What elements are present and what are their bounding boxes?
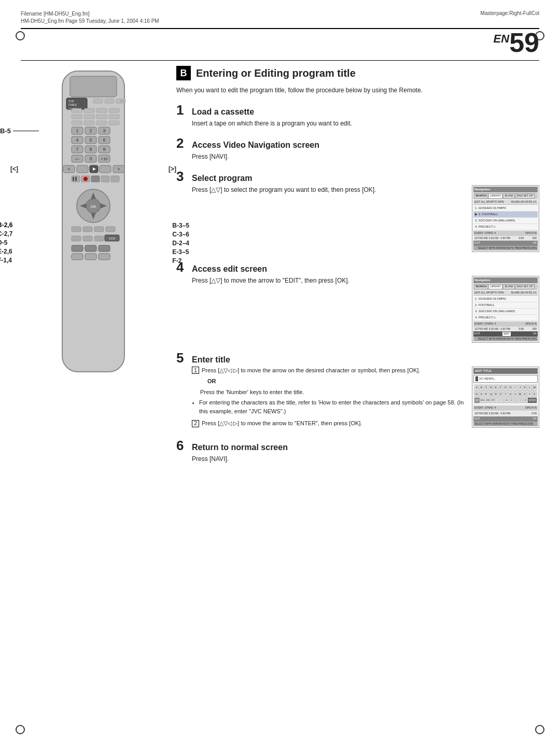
svg-rect-73 — [72, 227, 81, 232]
edit-footer2: 12/7/00 WE 3:20 AM - 3:30 PM 0:09 — [473, 411, 538, 416]
step-2-number: 2 — [176, 136, 188, 150]
page-header: Filename [HM-DH5U_Eng.fm] HM-DH5U_Eng.fm… — [21, 10, 539, 29]
nav-item-3: 3. SOCCER ON (WILLIAMS) — [473, 218, 538, 224]
nav-hint-3: SELECT WITH ARROW KEYS THEN PRESS [OK] — [473, 246, 538, 251]
step-5-header: 5 Enter title — [176, 351, 539, 365]
nav-edit-label: EDIT ALL SPORTS TAPE — [474, 200, 504, 204]
step-3-body: Press [△▽] to select the program you wan… — [176, 185, 539, 252]
nav-tab-setup-4: NAVI SET UP — [515, 284, 535, 289]
svg-rect-87 — [99, 254, 110, 260]
step-4-screen: Navigation SEARCH LIBRARY BLANK NAVI SET… — [472, 276, 539, 343]
char-Q: Q — [489, 392, 493, 398]
step-5-left: 1 Press [△▽◁ ▷] to move the arrow on the… — [192, 367, 467, 430]
char-W: W — [518, 392, 522, 398]
nav-blank-info-4: BLANK (00:43:55) 1/1 — [511, 291, 537, 295]
char-U: U — [508, 392, 512, 398]
step-2-body: Press [NAVI]. — [176, 152, 539, 161]
char-num: 0 — [523, 398, 527, 403]
step-6-title: Return to normal screen — [192, 443, 288, 452]
nav-item-2: ▶ 2. FOOTBALL — [473, 212, 538, 218]
nav-tab-library: LIBRARY — [488, 193, 502, 199]
char-T: T — [503, 392, 508, 398]
char-N: N — [474, 392, 479, 398]
char-amp: & — [505, 398, 509, 403]
nav-datetime: 12/7/00 WE 3:20 AM - 3:30 PM — [474, 236, 510, 241]
corner-mark-br — [535, 725, 544, 734]
step-1-header: 1 Load a cassette — [176, 103, 539, 117]
label-group-right: B-3–5 C-3–6 D-2–4 E-3–5 F-2 — [172, 221, 189, 264]
nav-tabs-3: SEARCH LIBRARY BLANK NAVI SET UP — [473, 193, 538, 199]
svg-text:1: 1 — [76, 128, 78, 133]
svg-text:3: 3 — [103, 128, 105, 133]
filename: Filename [HM-DH5U_Eng.fm] — [21, 10, 159, 18]
svg-rect-79 — [72, 236, 81, 241]
nav-screen-4: Navigation SEARCH LIBRARY BLANK NAVI SET… — [472, 276, 539, 343]
step-3-title: Select program — [192, 174, 252, 183]
nav-event-info: EVENT: 1/TAPE: 4 — [474, 231, 496, 235]
remote-wrapper: VCR CABLE *TV /DBS — [31, 66, 156, 389]
svg-rect-52 — [77, 165, 88, 173]
step-2-text: Press [NAVI]. — [192, 152, 539, 161]
sub-step-text-2: Press [△▽◁ ▷] to move the arrow to "ENTE… — [202, 420, 362, 427]
svg-rect-83 — [85, 245, 96, 251]
nav-item-4: 4. PROJECT ▷ — [473, 224, 538, 230]
svg-rect-74 — [83, 227, 92, 232]
step-3-instruction: Press [△▽] to select the program you wan… — [192, 185, 467, 194]
svg-rect-20 — [72, 121, 82, 125]
svg-text:4: 4 — [76, 137, 78, 143]
step-1: 1 Load a cassette Insert a tape on which… — [176, 103, 539, 128]
nav-optional: OP(CH.4) — [525, 231, 537, 235]
svg-text:OK: OK — [90, 204, 96, 209]
step-5-sub1: 1 Press [△▽◁ ▷] to move the arrow on the… — [192, 367, 467, 374]
nav-tab-setup: NAVI SET UP — [515, 193, 535, 199]
char-S: S — [499, 392, 503, 398]
char-hash: # — [509, 398, 513, 403]
char-F: F — [499, 385, 503, 391]
svg-rect-60 — [111, 176, 119, 182]
step-5-sub2: 2 Press [△▽◁ ▷] to move the arrow to "EN… — [192, 420, 467, 427]
label-right-arrow: [>] — [169, 165, 176, 173]
filepath: HM-DH5U_Eng.fm Page 59 Tuesday, June 1, … — [21, 18, 159, 25]
step-1-body: Insert a tape on which there is a progra… — [176, 119, 539, 128]
corner-mark-tr — [535, 31, 544, 40]
nav-tabs-4: SEARCH LIBRARY BLANK NAVI SET UP — [473, 284, 538, 290]
nav-blank-info: BLANK (00:43:55) 1/1 — [511, 200, 537, 204]
step-4-instruction: Press [△▽] to move the arrow to "EDIT", … — [192, 276, 467, 285]
svg-rect-82 — [72, 245, 83, 251]
svg-rect-7 — [105, 99, 114, 103]
step-5-title: Enter title — [192, 355, 230, 365]
nav-tab-library-4: LIBRARY — [488, 284, 502, 289]
section-heading: Entering or Editing program title — [196, 67, 356, 79]
char-enter: ENTER — [528, 398, 537, 403]
nav-header-row-4: EDIT ALL SPORTS TAPE BLANK (00:43:55) 1/… — [473, 290, 538, 296]
char-P: P — [484, 392, 488, 398]
char-B: B — [479, 385, 483, 391]
char-M: M — [533, 385, 537, 391]
svg-rect-81 — [94, 236, 104, 241]
nav-edit-label-4: EDIT ALL SPORTS TAPE — [474, 291, 504, 295]
char-Y: Y — [527, 392, 531, 398]
step-1-title: Load a cassette — [192, 107, 254, 117]
svg-rect-6 — [93, 99, 103, 103]
char-row-special: CLR DEL INS SP . ! & # ( — [474, 398, 537, 403]
nav-item-3-4: 3. SOCCER ON (WILLIAMS) — [473, 309, 538, 315]
en-label: EN — [494, 32, 510, 45]
svg-rect-14 — [96, 108, 107, 113]
step-5: 5 Enter title 1 Press [△▽◁ ▷] to move th… — [176, 351, 539, 430]
left-column: VCR CABLE *TV /DBS — [21, 66, 166, 472]
step-2: 2 Access Video Navigation screen Press [… — [176, 136, 539, 161]
svg-rect-21 — [84, 121, 94, 125]
svg-rect-16 — [72, 115, 82, 119]
svg-rect-23 — [109, 121, 119, 125]
svg-text:>: > — [117, 166, 120, 172]
step-4: 4 Access edit screen Press [△▽] to move … — [176, 260, 539, 343]
nav-number: 000 — [533, 236, 537, 241]
svg-rect-76 — [106, 227, 115, 232]
svg-rect-55 — [100, 165, 111, 173]
step-5-body: 1 Press [△▽◁ ▷] to move the arrow on the… — [176, 367, 539, 430]
nav-edit-highlighted: EDIT — [502, 332, 510, 336]
step-3: 3 Select program Press [△▽] to select th… — [176, 170, 539, 252]
char-dot: . — [495, 398, 499, 403]
corner-mark-tl — [16, 31, 25, 40]
char-G: G — [503, 385, 508, 391]
